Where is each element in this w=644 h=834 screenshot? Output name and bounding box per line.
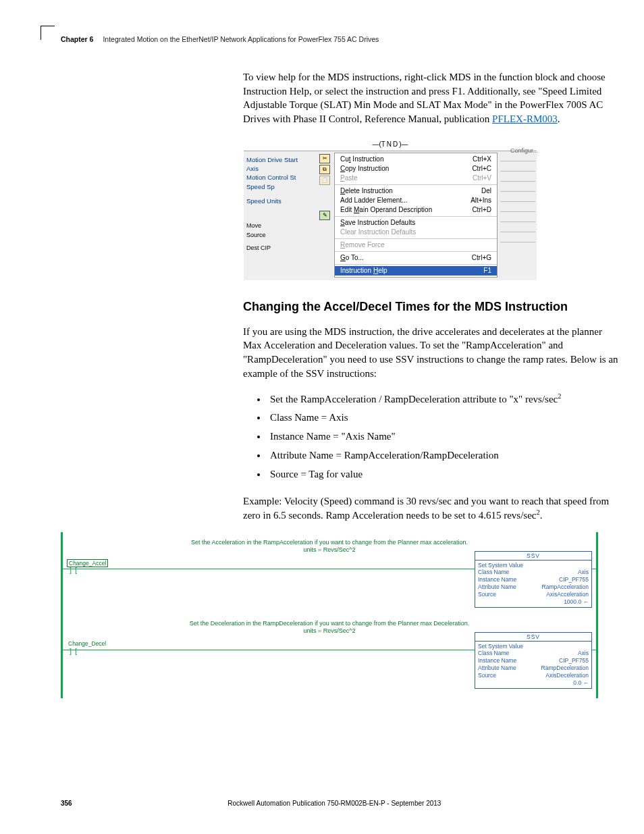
para-3-pre: Example: Velocity (Speed) command is 30 … xyxy=(243,496,609,521)
cut-icon: ✂ xyxy=(319,154,330,163)
chapter-title: Integrated Motion on the EtherNet/IP Net… xyxy=(103,35,379,43)
right-rails xyxy=(499,151,537,280)
menu-item[interactable]: Go To...Ctrl+G xyxy=(335,253,497,263)
ssv-row: Class NameAxis xyxy=(478,650,589,657)
rung1-ssv-title: SSV xyxy=(475,552,591,561)
menu-item-label: Copy Instruction xyxy=(340,165,389,172)
para-3: Example: Velocity (Speed) command is 30 … xyxy=(243,494,621,522)
bullet-1: Set the RampAcceleration / RampDecelerat… xyxy=(267,390,621,409)
menu-item[interactable]: Cut InstructionCtrl+X xyxy=(335,155,497,164)
ssv-value: AxisAcceleration xyxy=(546,591,589,598)
rung2-ssv-block: SSV Set System ValueClass NameAxisInstan… xyxy=(475,632,592,689)
bullet-5: Source = Tag for value xyxy=(267,465,621,484)
ssv-key: Class Name xyxy=(478,650,509,657)
configure-truncated: Configur... xyxy=(510,147,538,154)
pflex-link[interactable]: PFLEX-RM003 xyxy=(492,113,558,124)
bullet-3: Instance Name = "Axis Name" xyxy=(267,427,621,446)
ssv-value: CIP_PF755 xyxy=(559,657,589,664)
menu-item-shortcut: Ctrl+D xyxy=(472,206,491,213)
mds-line-3: Motion Control St xyxy=(246,173,315,182)
copy-icon: ⧉ xyxy=(319,165,330,174)
bullet-list: Set the RampAcceleration / RampDecelerat… xyxy=(243,390,621,484)
para-2: If you are using the MDS instruction, th… xyxy=(243,325,621,381)
menu-item[interactable]: Edit Main Operand DescriptionCtrl+D xyxy=(335,205,497,215)
chapter-label: Chapter 6 xyxy=(61,35,93,43)
menu-item: Remove Force xyxy=(335,240,497,250)
menu-item[interactable]: Copy InstructionCtrl+C xyxy=(335,164,497,174)
tnd-left-bracket: —( xyxy=(372,140,381,148)
ssv-subtitle: Set System Value xyxy=(478,643,589,650)
menu-item-shortcut: Ctrl+C xyxy=(472,165,491,172)
ssv-key: Instance Name xyxy=(478,576,516,583)
menu-item-label: Cut Instruction xyxy=(340,155,384,163)
mds-line-1: Motion Drive Start xyxy=(246,155,315,164)
menu-item-label: Edit Main Operand Description xyxy=(340,206,432,213)
menu-item-label: Clear Instruction Defaults xyxy=(340,228,416,236)
menu-item-shortcut: Ctrl+V xyxy=(473,174,491,182)
menu-item: Clear Instruction Defaults xyxy=(335,228,497,237)
mds-line-4: Speed Sp xyxy=(246,182,315,191)
publication-info: Rockwell Automation Publication 750-RM00… xyxy=(227,800,441,807)
ladder-diagram: Set the Acceleration in the RampAccelera… xyxy=(61,532,598,698)
menu-icon-strip: ✂ ⧉ 📋 ✎ xyxy=(318,151,334,280)
menu-item-label: Delete Instruction xyxy=(340,187,393,194)
ssv-row: 1000.0 ← xyxy=(478,598,589,606)
ssv-row: Instance NameCIP_PF755 xyxy=(478,576,589,583)
ssv-row: SourceAxisAcceleration xyxy=(478,591,589,598)
page-corner-mark xyxy=(41,26,55,40)
ssv-key: Attribute Name xyxy=(478,664,516,672)
context-menu[interactable]: Cut InstructionCtrl+XCopy InstructionCtr… xyxy=(334,153,498,278)
ssv-key: Attribute Name xyxy=(478,583,516,591)
edit-icon: ✎ xyxy=(319,211,330,220)
ssv-key: Class Name xyxy=(478,569,509,576)
menu-item-shortcut: Ctrl+X xyxy=(473,155,491,163)
ssv-value: 0.0 ← xyxy=(573,679,589,687)
rung2-comment-1: Set the Deceleration in the RampDecelera… xyxy=(68,620,591,628)
menu-item-shortcut: Alt+Ins xyxy=(471,197,491,204)
menu-item[interactable]: Instruction HelpF1 xyxy=(335,266,497,276)
tnd-label: TND xyxy=(381,140,400,148)
ssv-row: Attribute NameRampAcceleration xyxy=(478,583,589,591)
tnd-right-bracket: )— xyxy=(399,140,408,148)
ssv-value: Axis xyxy=(578,650,589,657)
menu-item: PasteCtrl+V xyxy=(335,174,497,183)
rung-decel: Set the Deceleration in the RampDecelera… xyxy=(63,616,596,697)
menu-item-shortcut: F1 xyxy=(483,267,491,274)
ssv-row: Class NameAxis xyxy=(478,569,589,576)
page-footer: 356 Rockwell Automation Publication 750-… xyxy=(61,800,597,807)
rung1-ssv-block: SSV Set System ValueClass NameAxisInstan… xyxy=(475,551,592,608)
menu-item[interactable]: Delete InstructionDel xyxy=(335,186,497,196)
ssv-value: RampDeceleration xyxy=(541,664,589,672)
box-move: Move xyxy=(246,221,315,231)
para-3-post: . xyxy=(540,510,543,521)
menu-item-shortcut: Ctrl+G xyxy=(472,254,491,261)
ssv-value: CIP_PF755 xyxy=(559,576,589,583)
rung-accel: Set the Acceleration in the RampAccelera… xyxy=(63,535,596,616)
ssv-value: AxisDeceleration xyxy=(545,672,589,679)
ssv-row: 0.0 ← xyxy=(478,679,589,687)
instruction-block-left: Motion Drive Start Axis Motion Control S… xyxy=(244,151,318,280)
mds-line-5: Speed Units xyxy=(246,197,315,205)
tnd-row: —(TND)— xyxy=(244,136,537,151)
menu-item-label: Instruction Help xyxy=(340,267,387,274)
bullet-4: Attribute Name = RampAcceleration/RampDe… xyxy=(267,446,621,465)
mds-line-2: Axis xyxy=(246,164,315,173)
ssv-subtitle: Set System Value xyxy=(478,562,589,569)
menu-item-shortcut: Del xyxy=(481,187,491,194)
rung2-tag: Change_Decel xyxy=(67,640,107,647)
box-dest: Dest CIP xyxy=(246,244,315,253)
section-heading: Changing the Accel/Decel Times for the M… xyxy=(243,300,621,314)
rung2-ssv-title: SSV xyxy=(475,633,591,642)
page-header: Chapter 6 Integrated Motion on the Ether… xyxy=(61,35,597,43)
menu-item-label: Save Instruction Defaults xyxy=(340,219,415,226)
ssv-row: Instance NameCIP_PF755 xyxy=(478,657,589,664)
menu-item[interactable]: Save Instruction Defaults xyxy=(335,218,497,228)
bullet-1-text: Set the RampAcceleration / RampDecelerat… xyxy=(270,394,558,405)
intro-post: . xyxy=(558,113,560,124)
rung1-comment-1: Set the Acceleration in the RampAccelera… xyxy=(68,539,591,547)
rung2-contact: ] [ xyxy=(70,647,78,655)
ssv-key: Source xyxy=(478,591,496,598)
bullet-2: Class Name = Axis xyxy=(267,409,621,427)
menu-item[interactable]: Add Ladder Element...Alt+Ins xyxy=(335,196,497,205)
ssv-value: Axis xyxy=(578,569,589,576)
